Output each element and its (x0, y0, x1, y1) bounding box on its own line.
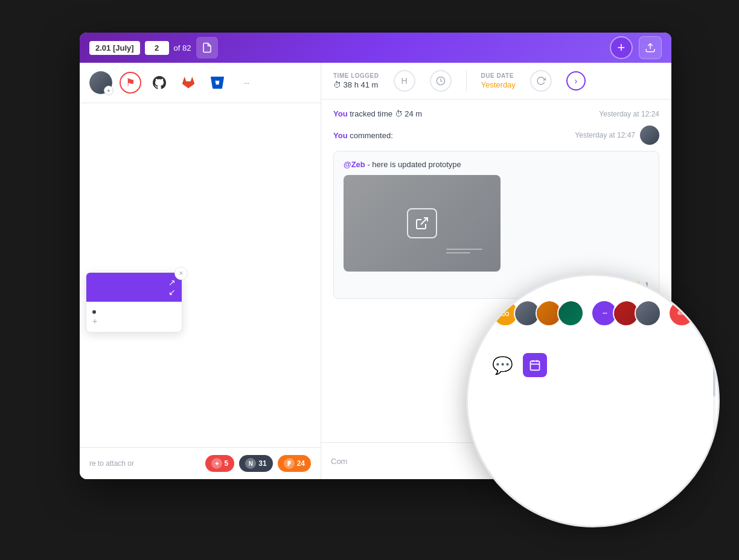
panel-header: ↗↙ (86, 273, 182, 302)
activity-header: You tracked time ⏱ 24 m Yesterday at 12:… (333, 109, 659, 118)
attach-hint: re to attach or (89, 459, 200, 468)
activity-actor: You (333, 109, 348, 118)
comment-body: - here is updated prototype (367, 160, 461, 169)
header-right: + (610, 36, 662, 59)
integration-badge-notion[interactable]: N 31 (239, 455, 272, 472)
comment-action: commented: (350, 131, 393, 140)
due-date-value: Yesterday (481, 80, 516, 89)
of-total: of 82 (174, 43, 191, 52)
user-avatar-wrapper: + (89, 71, 112, 94)
magnifier-inner: ∞ ··· (468, 276, 718, 526)
gitlab-icon[interactable] (178, 72, 199, 94)
time-logged-meta: TIME LOGGED ⏱ 38 h 41 m (333, 72, 379, 89)
due-date-label: DUE DATE (481, 72, 516, 79)
timer-icon-button[interactable] (430, 70, 452, 92)
attachment-preview[interactable] (344, 175, 501, 272)
bottom-bar-left: re to attach or ✦ 5 N 31 (80, 447, 321, 479)
decorative-lines (446, 249, 482, 253)
activity-item-tracked: You tracked time ⏱ 24 m Yesterday at 12:… (333, 109, 659, 118)
mag-group-2: ··· (591, 300, 661, 326)
mag-comment-icon[interactable]: 💬 (492, 355, 513, 375)
nav-arrow-button[interactable]: › (566, 71, 586, 91)
sidebar-content: × ↗↙ + (80, 103, 321, 447)
svg-rect-7 (531, 361, 540, 370)
edit-avatar: ✏ (668, 300, 695, 326)
panel-body: + (86, 302, 182, 332)
comment-header-right: Yesterday at 12:47 (575, 126, 659, 145)
badge-3-label: 24 (297, 459, 305, 468)
mag-group-3: ✏ (668, 300, 717, 326)
activity-who: You tracked time ⏱ 24 m (333, 109, 422, 118)
mag-avatar-3 (557, 300, 584, 326)
mag-avatar-5 (635, 300, 661, 326)
due-date-meta: DUE DATE Yesterday (481, 72, 516, 89)
time-logged-value: ⏱ 38 h 41 m (333, 80, 379, 89)
sprint-label: 2.01 [July] (89, 41, 140, 55)
scrollbar-thumb[interactable] (713, 360, 715, 396)
expand-collapse-icon: ↗↙ (168, 278, 176, 297)
integration-badge-claude[interactable]: ✦ 5 (205, 455, 235, 472)
close-icon: × (179, 269, 183, 278)
magnifier-circle: ∞ ··· (466, 274, 720, 527)
bitbucket-icon[interactable] (206, 72, 228, 94)
page-icon-button[interactable] (196, 37, 218, 59)
panel-add-button[interactable]: + (92, 316, 176, 326)
comment-activity-header: You commented: Yesterday at 12:47 (333, 126, 659, 145)
panel-dot (92, 310, 96, 314)
notion-icon: N (245, 458, 256, 469)
mention-tag: @Zeb (344, 160, 365, 169)
badge-2-label: 31 (258, 459, 266, 468)
flag-icon[interactable]: ⚑ (120, 72, 141, 94)
left-sidebar: + ⚑ (80, 63, 321, 479)
sidebar-tools: + ⚑ (80, 63, 321, 103)
activity-time: Yesterday at 12:24 (599, 110, 659, 118)
header-bar: 2.01 [July] 2 of 82 + (80, 33, 671, 63)
comment-time: Yesterday at 12:47 (575, 131, 635, 139)
ellipsis: ··· (244, 78, 249, 88)
figma-icon (284, 458, 295, 469)
panel-overlay: × ↗↙ + (86, 272, 182, 332)
activity-action: tracked time (350, 109, 394, 118)
comment-actor: You (333, 131, 348, 140)
panel-close-button[interactable]: × (174, 267, 188, 280)
header-nav: 2.01 [July] 2 of 82 (89, 37, 218, 59)
h-icon-button[interactable]: H (394, 70, 415, 92)
activity-item-comment: You commented: Yesterday at 12:47 @Zeb (333, 126, 659, 299)
claude-icon: ✦ (211, 458, 222, 469)
more-icon[interactable]: ··· (235, 72, 257, 94)
mag-calendar-btn[interactable] (523, 353, 547, 377)
avatar-add-button[interactable]: + (104, 86, 114, 95)
refresh-icon-button[interactable] (530, 70, 552, 92)
comment-text: @Zeb - here is updated prototype (344, 160, 649, 169)
export-button[interactable] (639, 36, 662, 59)
activity-duration: 24 m (405, 109, 422, 118)
issue-number-input[interactable]: 2 (145, 41, 169, 55)
add-button[interactable]: + (610, 36, 633, 59)
integration-badge-figma[interactable]: 24 (278, 455, 311, 472)
plus-icon: + (618, 40, 625, 56)
comment-placeholder[interactable]: Com (331, 457, 347, 466)
attachment-overlay (344, 175, 501, 272)
meta-row: TIME LOGGED ⏱ 38 h 41 m H DUE DATE Yeste… (321, 63, 671, 100)
comment-author: You commented: (333, 131, 393, 140)
external-link-icon (407, 208, 437, 238)
time-logged-label: TIME LOGGED (333, 72, 379, 79)
comment-avatar (640, 126, 659, 145)
meta-divider (466, 70, 467, 92)
clock-icon: ⏱ (395, 109, 403, 118)
mag-bottom: 💬 (468, 353, 718, 377)
scrollbar-track (713, 300, 715, 501)
github-icon[interactable] (149, 72, 170, 94)
badge-1-label: 5 (225, 459, 229, 468)
svg-line-2 (421, 218, 427, 224)
